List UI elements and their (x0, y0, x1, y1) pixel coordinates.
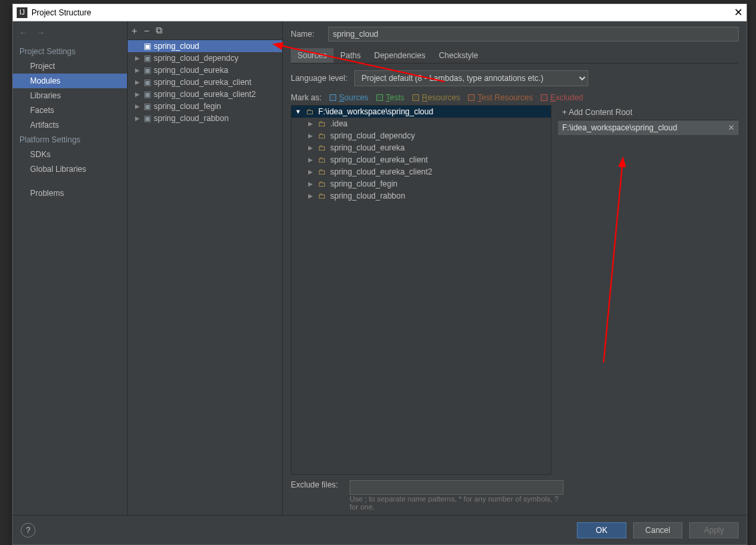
mark-as-label: Mark as: (291, 93, 322, 102)
folder-icon: 🗀 (318, 143, 326, 152)
nav-item-artifacts[interactable]: Artifacts (13, 118, 127, 132)
nav-item-sdks[interactable]: SDKs (13, 147, 127, 162)
content-tree-item[interactable]: ▶🗀spring_cloud_eureka_client2 (291, 166, 551, 178)
module-item[interactable]: ▶▣spring_cloud_rabbon (128, 112, 282, 124)
mark-excluded[interactable]: Excluded (541, 93, 583, 102)
nav-item-facets[interactable]: Facets (13, 103, 127, 118)
nav-item-global-libraries[interactable]: Global Libraries (13, 162, 127, 177)
content-tree-item[interactable]: ▶🗀spring_cloud_eureka (291, 142, 551, 154)
module-tree-panel: + − ⧉ ▣spring_cloud▶▣spring_cloud_depend… (128, 21, 283, 515)
cancel-button[interactable]: Cancel (633, 522, 682, 538)
folder-icon: 🗀 (318, 191, 326, 201)
close-icon[interactable]: ✕ (734, 6, 743, 19)
exclude-files-hint: Use ; to separate name patterns, * for a… (350, 495, 563, 511)
tab-paths[interactable]: Paths (334, 48, 368, 63)
module-name-input[interactable] (328, 27, 739, 41)
module-item[interactable]: ▶▣spring_cloud_eureka (128, 64, 282, 76)
content-root-item[interactable]: F:\idea_workspace\spring_cloud ✕ (558, 120, 739, 135)
content-tree-item[interactable]: ▶🗀spring_cloud_fegin (291, 178, 551, 190)
app-icon: IJ (17, 7, 27, 18)
sources-area: ▼🗀F:\idea_workspace\spring_cloud▶🗀.idea▶… (291, 105, 739, 475)
tab-checkstyle[interactable]: Checkstyle (432, 48, 485, 63)
mark-as-row: Mark as: SourcesTestsResourcesTest Resou… (291, 93, 739, 102)
module-item[interactable]: ▶▣spring_cloud_eureka_client (128, 76, 282, 88)
nav-item-modules[interactable]: Modules (13, 74, 127, 88)
copy-module-icon[interactable]: ⧉ (156, 25, 162, 36)
mark-test-resources[interactable]: Test Resources (468, 93, 533, 102)
exclude-files-input[interactable] (350, 480, 563, 495)
content-area: ← → Project Settings ProjectModulesLibra… (13, 21, 747, 515)
module-item[interactable]: ▶▣spring_cloud_dependcy (128, 52, 282, 64)
section-project-settings: Project Settings (13, 44, 127, 59)
nav-forward-icon[interactable]: → (37, 28, 45, 37)
remove-content-root-icon[interactable]: ✕ (728, 123, 735, 132)
tab-sources[interactable]: Sources (291, 48, 334, 63)
module-tabs: SourcesPathsDependenciesCheckstyle (291, 48, 739, 64)
mark-resources[interactable]: Resources (412, 93, 460, 102)
remove-module-icon[interactable]: − (144, 25, 149, 36)
nav-item-project[interactable]: Project (13, 59, 127, 74)
mark-tests[interactable]: Tests (376, 93, 404, 102)
folder-icon: ▣ (144, 78, 151, 87)
nav-item-problems[interactable]: Problems (13, 186, 127, 201)
content-tree-item[interactable]: ▶🗀spring_cloud_dependcy (291, 130, 551, 142)
content-tree-item[interactable]: ▼🗀F:\idea_workspace\spring_cloud (291, 106, 551, 118)
plus-icon: + (562, 108, 567, 117)
module-detail-panel: Name: SourcesPathsDependenciesCheckstyle… (283, 21, 747, 515)
language-level-select[interactable]: Project default (8 - Lambdas, type annot… (354, 70, 588, 86)
content-tree[interactable]: ▼🗀F:\idea_workspace\spring_cloud▶🗀.idea▶… (291, 105, 551, 475)
title-bar: IJ Project Structure ✕ (13, 4, 747, 21)
tree-toolbar: + − ⧉ (128, 21, 282, 40)
settings-nav: ← → Project Settings ProjectModulesLibra… (13, 21, 128, 515)
content-tree-item[interactable]: ▶🗀spring_cloud_eureka_client (291, 154, 551, 166)
help-button[interactable]: ? (21, 523, 35, 538)
content-roots-panel: + Add Content Root F:\idea_workspace\spr… (558, 105, 739, 475)
folder-icon: ▣ (144, 90, 151, 99)
add-content-root-button[interactable]: + Add Content Root (558, 105, 739, 120)
folder-icon: ▣ (144, 66, 151, 75)
section-platform-settings: Platform Settings (13, 132, 127, 147)
module-item[interactable]: ▶▣spring_cloud_fegin (128, 100, 282, 112)
folder-icon: 🗀 (318, 155, 326, 165)
folder-icon: ▣ (144, 102, 151, 111)
module-item[interactable]: ▶▣spring_cloud_eureka_client2 (128, 88, 282, 100)
nav-back-icon[interactable]: ← (19, 28, 27, 37)
add-module-icon[interactable]: + (132, 25, 137, 36)
language-level-label: Language level: (291, 74, 348, 83)
window-title: Project Structure (31, 8, 91, 17)
folder-icon: 🗀 (318, 119, 326, 128)
nav-item-libraries[interactable]: Libraries (13, 88, 127, 103)
mark-sources[interactable]: Sources (330, 93, 368, 102)
content-root-path: F:\idea_workspace\spring_cloud (562, 123, 677, 132)
dialog-body: ← → Project Settings ProjectModulesLibra… (13, 21, 747, 544)
project-structure-dialog: IJ Project Structure ✕ ← → Project Setti… (12, 3, 747, 545)
module-item[interactable]: ▣spring_cloud (128, 40, 282, 52)
tab-dependencies[interactable]: Dependencies (368, 48, 432, 63)
folder-icon: ▣ (144, 53, 151, 63)
folder-icon: 🗀 (306, 107, 314, 116)
folder-icon: ▣ (144, 114, 151, 123)
folder-icon: ▣ (144, 41, 151, 51)
name-label: Name: (291, 29, 322, 39)
module-tree[interactable]: ▣spring_cloud▶▣spring_cloud_dependcy▶▣sp… (128, 40, 282, 515)
exclude-files-label: Exclude files: (291, 480, 343, 489)
folder-icon: 🗀 (318, 179, 326, 189)
folder-icon: 🗀 (318, 131, 326, 140)
ok-button[interactable]: OK (577, 522, 626, 538)
folder-icon: 🗀 (318, 167, 326, 177)
apply-button[interactable]: Apply (689, 522, 739, 538)
content-tree-item[interactable]: ▶🗀spring_cloud_rabbon (291, 190, 551, 202)
dialog-footer: ? OK Cancel Apply (13, 515, 747, 544)
content-tree-item[interactable]: ▶🗀.idea (291, 118, 551, 130)
